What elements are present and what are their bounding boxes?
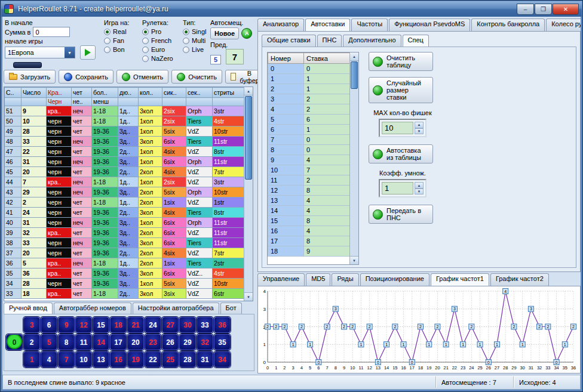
tab-positioning[interactable]: Позиционирование bbox=[360, 273, 429, 286]
numpad-number-23[interactable]: 23 bbox=[145, 334, 161, 350]
new-button[interactable]: Новое bbox=[210, 27, 239, 39]
chevron-down-icon[interactable]: ▼ bbox=[65, 47, 75, 58]
history-row[interactable]: 3428чернчет19-363д..1кол5sixVdZ10str bbox=[5, 279, 245, 289]
history-row[interactable]: 3720чернчет19-362д..2кол4sixVdZ7str bbox=[5, 248, 245, 258]
bet-stake-cell[interactable]: 4 bbox=[304, 226, 351, 236]
numpad-number-25[interactable]: 25 bbox=[162, 351, 179, 368]
numpad-number-13[interactable]: 13 bbox=[93, 351, 109, 368]
clear-button[interactable]: Очистить bbox=[171, 70, 222, 84]
bet-row[interactable]: 21 bbox=[268, 84, 351, 94]
scroll-up-icon[interactable]: ▲ bbox=[244, 87, 253, 95]
bet-stake-cell[interactable]: 0 bbox=[304, 64, 351, 74]
scroll-down-icon[interactable]: ▼ bbox=[244, 292, 253, 301]
history-row[interactable]: 365кра..неч1-181д..2кол1sixTiers2str bbox=[5, 258, 245, 268]
bet-row[interactable]: 11 bbox=[268, 74, 351, 84]
bet-row[interactable]: 144 bbox=[268, 206, 351, 216]
radio-fan[interactable]: Fan bbox=[104, 37, 129, 44]
bet-stake-cell[interactable]: 6 bbox=[304, 115, 351, 125]
numpad-number-14[interactable]: 14 bbox=[93, 334, 109, 350]
tab-rows[interactable]: Ряды bbox=[332, 273, 358, 286]
radio-nazero[interactable]: NaZero bbox=[142, 55, 173, 62]
tab-autobets[interactable]: Автоставки bbox=[305, 18, 350, 31]
clear-table-button[interactable]: Очистить таблицу bbox=[369, 52, 433, 71]
bet-stake-cell[interactable]: 0 bbox=[304, 145, 351, 155]
spin-up-icon[interactable]: ▲ bbox=[415, 182, 424, 189]
random-stake-button[interactable]: Случайный размер ставки bbox=[369, 77, 433, 103]
tab-analyzer[interactable]: Анализатор bbox=[257, 18, 304, 31]
bet-stake-cell[interactable]: 8 bbox=[304, 236, 351, 246]
numpad-number-12[interactable]: 12 bbox=[75, 317, 92, 333]
bet-row[interactable]: 94 bbox=[268, 155, 351, 165]
spin-up-icon[interactable]: ▲ bbox=[415, 122, 424, 128]
tab-autograbber-settings[interactable]: Настройки автограббера bbox=[133, 303, 219, 314]
bet-stake-cell[interactable]: 1 bbox=[304, 74, 351, 84]
numpad-number-10[interactable]: 10 bbox=[75, 351, 92, 368]
bet-stake-cell[interactable]: 2 bbox=[304, 175, 351, 186]
tab-bankroll-control[interactable]: Контроль банкролла bbox=[471, 18, 545, 31]
tab-common-bets[interactable]: Общие ставки bbox=[262, 35, 316, 47]
max-chips-value[interactable]: 10 bbox=[382, 122, 413, 134]
bet-stake-cell[interactable]: 2 bbox=[304, 94, 351, 104]
bet-stake-cell[interactable]: 0 bbox=[304, 135, 351, 145]
history-row[interactable]: 4329черннеч19-363д..2кол5sixOrph10str bbox=[5, 187, 245, 197]
numpad-number-2[interactable]: 2 bbox=[23, 334, 40, 350]
bet-row[interactable]: 158 bbox=[268, 216, 351, 226]
maximize-button[interactable]: ❐ bbox=[535, 4, 552, 15]
bet-row[interactable]: 80 bbox=[268, 145, 351, 155]
numpad-number-30[interactable]: 30 bbox=[179, 317, 196, 333]
numpad-number-34[interactable]: 34 bbox=[214, 351, 231, 368]
bet-stake-cell[interactable]: 7 bbox=[304, 165, 351, 175]
autostake-from-table-button[interactable]: Автоставка из таблицы bbox=[369, 144, 433, 163]
numpad-number-5[interactable]: 5 bbox=[41, 334, 57, 350]
undo-button[interactable]: Отменить bbox=[116, 70, 168, 84]
history-row[interactable]: 5010чернчет1-181д..1кол2sixTiers4str bbox=[5, 116, 245, 126]
history-row[interactable]: 519кра..неч1-181д..3кол2sixOrph3str bbox=[5, 106, 245, 116]
radio-singl[interactable]: Singl bbox=[183, 28, 206, 35]
history-row[interactable]: 447кра..неч1-181д..1кол2sixVdZ3str bbox=[5, 177, 245, 187]
collapse-strip-button[interactable] bbox=[13, 62, 42, 68]
radio-french[interactable]: French bbox=[142, 37, 173, 44]
numpad-number-29[interactable]: 29 bbox=[179, 334, 196, 350]
start-button[interactable] bbox=[80, 45, 96, 60]
bet-stake-cell[interactable]: 8 bbox=[304, 216, 351, 226]
tab-manual-input[interactable]: Ручной ввод bbox=[4, 303, 53, 314]
bet-stake-cell[interactable]: 1 bbox=[304, 125, 351, 135]
numpad-number-24[interactable]: 24 bbox=[145, 317, 161, 333]
bet-row[interactable]: 42 bbox=[268, 104, 351, 115]
bet-row[interactable]: 00 bbox=[268, 64, 351, 74]
multiplier-value[interactable]: 1 bbox=[382, 182, 413, 195]
radio-live[interactable]: Live bbox=[183, 46, 206, 53]
scroll-down-icon[interactable]: ▼ bbox=[350, 256, 358, 264]
bet-row[interactable]: 107 bbox=[268, 165, 351, 175]
history-row[interactable]: 422чернчет1-181д..2кол1sixVdZ1str bbox=[5, 197, 245, 208]
tab-md5[interactable]: MD5 bbox=[306, 273, 330, 286]
history-row[interactable]: 4124чернчет19-362д..3кол4sixTiers8str bbox=[5, 208, 245, 218]
radio-real[interactable]: Real bbox=[104, 28, 129, 35]
bet-row[interactable]: 189 bbox=[268, 246, 351, 257]
numpad-number-6[interactable]: 6 bbox=[41, 317, 57, 333]
numpad-number-3[interactable]: 3 bbox=[23, 317, 40, 333]
radio-pro[interactable]: Pro bbox=[142, 28, 173, 35]
history-row[interactable]: 4833черннеч19-363д..3кол6sixTiers11str bbox=[5, 137, 245, 147]
numpad-number-26[interactable]: 26 bbox=[162, 334, 179, 350]
numpad-number-22[interactable]: 22 bbox=[145, 351, 161, 368]
bet-row[interactable]: 112 bbox=[268, 175, 351, 186]
bet-stake-cell[interactable]: 8 bbox=[304, 186, 351, 196]
history-row[interactable]: 3536кра..чет19-363д..3кол6sixVdZ..4str bbox=[5, 268, 245, 279]
load-button[interactable]: Загрузить bbox=[4, 70, 56, 84]
spin-down-icon[interactable]: ▼ bbox=[415, 128, 424, 135]
numpad-number-33[interactable]: 33 bbox=[197, 317, 213, 333]
history-row[interactable]: 4631черннеч19-363д..1кол6sixOrph11str bbox=[5, 157, 245, 167]
numpad-number-1[interactable]: 1 bbox=[23, 351, 40, 368]
bet-row[interactable]: 134 bbox=[268, 196, 351, 206]
bet-row[interactable]: 56 bbox=[268, 115, 351, 125]
save-button[interactable]: Сохранить bbox=[59, 70, 113, 84]
tab-spec[interactable]: Спец bbox=[403, 35, 429, 47]
tab-psevdoms[interactable]: Функционал PsevdoMS bbox=[389, 18, 470, 31]
radio-multi[interactable]: Multi bbox=[183, 37, 206, 44]
tab-autograbber-numbers[interactable]: Автограббер номеров bbox=[54, 303, 131, 314]
numpad-number-35[interactable]: 35 bbox=[214, 334, 231, 350]
tab-additional[interactable]: Дополнительно bbox=[343, 35, 401, 47]
tab-freq-chart1[interactable]: График частот1 bbox=[431, 273, 489, 286]
numpad-number-0[interactable]: 0 bbox=[6, 334, 23, 350]
